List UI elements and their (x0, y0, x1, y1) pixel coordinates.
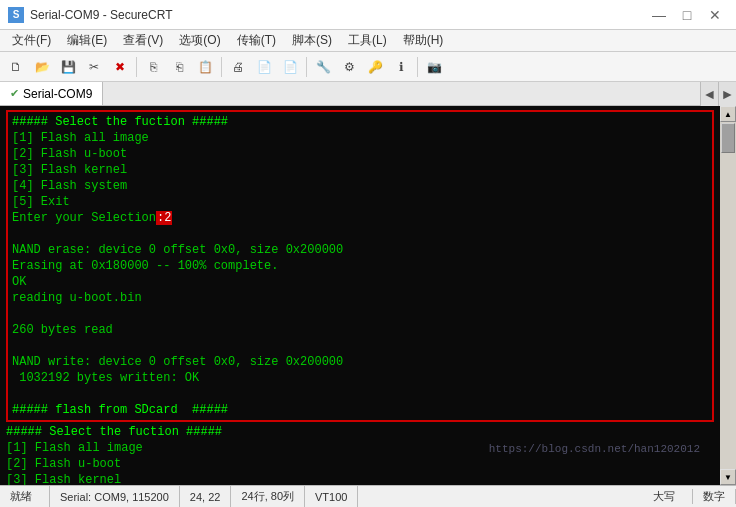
status-caps: 大写 (643, 489, 693, 504)
toolbar-btn-14[interactable]: 🔑 (363, 55, 387, 79)
scrollbar-up[interactable]: ▲ (720, 106, 736, 122)
menu-script[interactable]: 脚本(S) (284, 30, 340, 51)
terminal-wrapper: ##### Select the fuction ##### [1] Flash… (0, 106, 720, 485)
terminal-line-3: [2] Flash u-boot (12, 146, 708, 162)
scrollbar[interactable]: ▲ ▼ (720, 106, 736, 485)
menu-tools[interactable]: 工具(L) (340, 30, 395, 51)
toolbar-btn-12[interactable]: 🔧 (311, 55, 335, 79)
toolbar-btn-10[interactable]: 📄 (252, 55, 276, 79)
terminal-line-15 (12, 338, 708, 354)
title-bar-left: S Serial-COM9 - SecureCRT (8, 7, 172, 23)
terminal-line-22: [2] Flash u-boot (6, 456, 714, 472)
toolbar-sep-4 (417, 57, 418, 77)
toolbar-btn-11[interactable]: 📄 (278, 55, 302, 79)
toolbar-btn-7[interactable]: ⎗ (167, 55, 191, 79)
toolbar-btn-15[interactable]: ℹ (389, 55, 413, 79)
terminal-line-20: ##### Select the fuction ##### (6, 424, 714, 440)
terminal-line-12: reading u-boot.bin (12, 290, 708, 306)
status-position: 24, 22 (180, 486, 232, 507)
maximize-button[interactable]: □ (674, 4, 700, 26)
scrollbar-track[interactable] (720, 122, 736, 469)
status-bar: 就绪 Serial: COM9, 115200 24, 22 24行, 80列 … (0, 485, 736, 507)
toolbar-btn-1[interactable]: 🗋 (4, 55, 28, 79)
terminal-line-16: NAND write: device 0 offset 0x0, size 0x… (12, 354, 708, 370)
toolbar-btn-6[interactable]: ⎘ (141, 55, 165, 79)
toolbar-btn-16[interactable]: 📷 (422, 55, 446, 79)
terminal-line-8 (12, 226, 708, 242)
status-ready: 就绪 (0, 486, 50, 507)
scrollbar-thumb[interactable] (721, 123, 735, 153)
terminal-line-7: Enter your Selection:2 (12, 210, 708, 226)
terminal-line-17: 1032192 bytes written: OK (12, 370, 708, 386)
toolbar-btn-9[interactable]: 🖨 (226, 55, 250, 79)
toolbar-sep-3 (306, 57, 307, 77)
tab-nav-right[interactable]: ► (718, 82, 736, 106)
tab-bar: ✔ Serial-COM9 ◄ ► (0, 82, 736, 106)
menu-bar: 文件(F) 编辑(E) 查看(V) 选项(O) 传输(T) 脚本(S) 工具(L… (0, 30, 736, 52)
toolbar-btn-8[interactable]: 📋 (193, 55, 217, 79)
minimize-button[interactable]: — (646, 4, 672, 26)
tab-label: Serial-COM9 (23, 87, 92, 101)
terminal-line-2: [1] Flash all image (12, 130, 708, 146)
status-right: 大写 数字 (643, 489, 736, 504)
menu-edit[interactable]: 编辑(E) (59, 30, 115, 51)
status-lines: 24行, 80列 (231, 486, 305, 507)
menu-help[interactable]: 帮助(H) (395, 30, 452, 51)
terminal-line-10: Erasing at 0x180000 -- 100% complete. (12, 258, 708, 274)
terminal-line-18 (12, 386, 708, 402)
toolbar-btn-4[interactable]: ✂ (82, 55, 106, 79)
terminal-line-14: 260 bytes read (12, 322, 708, 338)
toolbar-btn-2[interactable]: 📂 (30, 55, 54, 79)
terminal-line-5: [4] Flash system (12, 178, 708, 194)
window-title: Serial-COM9 - SecureCRT (30, 8, 172, 22)
terminal-line-9: NAND erase: device 0 offset 0x0, size 0x… (12, 242, 708, 258)
terminal-line-19: ##### flash from SDcard ##### (12, 402, 708, 418)
toolbar-sep-1 (136, 57, 137, 77)
terminal-line-1: ##### Select the fuction ##### (12, 114, 708, 130)
tab-serial-com9[interactable]: ✔ Serial-COM9 (0, 82, 103, 105)
toolbar-btn-13[interactable]: ⚙ (337, 55, 361, 79)
terminal-line-6: [5] Exit (12, 194, 708, 210)
menu-transfer[interactable]: 传输(T) (229, 30, 284, 51)
menu-file[interactable]: 文件(F) (4, 30, 59, 51)
terminal-line-11: OK (12, 274, 708, 290)
status-vt: VT100 (305, 486, 358, 507)
close-button[interactable]: ✕ (702, 4, 728, 26)
scrollbar-down[interactable]: ▼ (720, 469, 736, 485)
tab-check-icon: ✔ (10, 87, 19, 100)
toolbar-btn-3[interactable]: 💾 (56, 55, 80, 79)
terminal-line-21: [1] Flash all image (6, 440, 714, 456)
terminal-line-13 (12, 306, 708, 322)
toolbar: 🗋 📂 💾 ✂ ✖ ⎘ ⎗ 📋 🖨 📄 📄 🔧 ⚙ 🔑 ℹ 📷 (0, 52, 736, 82)
terminal-line-4: [3] Flash kernel (12, 162, 708, 178)
tab-nav-left[interactable]: ◄ (700, 82, 718, 106)
title-bar: S Serial-COM9 - SecureCRT — □ ✕ (0, 0, 736, 30)
terminal-red-section: ##### Select the fuction ##### [1] Flash… (6, 110, 714, 422)
window-controls[interactable]: — □ ✕ (646, 4, 728, 26)
cursor: :2 (156, 211, 172, 225)
tab-nav: ◄ ► (700, 82, 736, 105)
menu-view[interactable]: 查看(V) (115, 30, 171, 51)
toolbar-btn-5[interactable]: ✖ (108, 55, 132, 79)
terminal-line-23: [3] Flash kernel (6, 472, 714, 485)
app-icon: S (8, 7, 24, 23)
status-serial: Serial: COM9, 115200 (50, 486, 180, 507)
status-num: 数字 (693, 489, 736, 504)
content-area: ##### Select the fuction ##### [1] Flash… (0, 106, 736, 485)
terminal[interactable]: ##### Select the fuction ##### [1] Flash… (0, 106, 720, 485)
menu-options[interactable]: 选项(O) (171, 30, 228, 51)
toolbar-sep-2 (221, 57, 222, 77)
